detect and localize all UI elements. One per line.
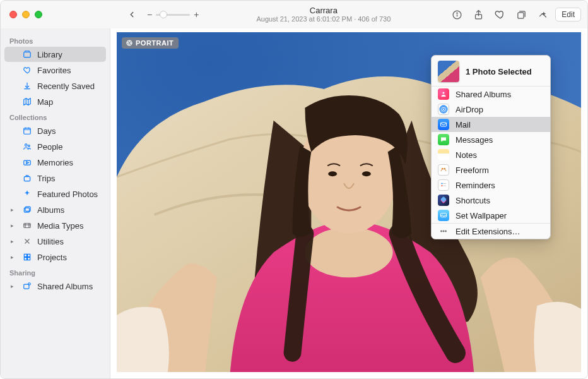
share-item-notes[interactable]: Notes [432, 147, 550, 162]
fullscreen-window-button[interactable] [35, 11, 42, 18]
sidebar-item-label: Trips [37, 174, 100, 183]
sidebar-item-label: Utilities [37, 237, 100, 246]
sidebar-item-library[interactable]: Library [4, 47, 106, 62]
svg-rect-19 [28, 258, 30, 260]
svg-point-43 [443, 231, 444, 232]
sidebar-item-trips[interactable]: Trips [4, 171, 106, 186]
sidebar-item-memories[interactable]: Memories [4, 155, 106, 170]
sidebar-item-label: Map [37, 97, 100, 107]
share-item-reminders[interactable]: Reminders [432, 177, 550, 193]
sidebar-item-days[interactable]: Days [4, 123, 106, 138]
svg-rect-40 [440, 196, 447, 203]
airdrop-app-icon [438, 104, 449, 115]
share-menu[interactable]: 1 Photo Selected Shared Albums AirDrop M… [431, 55, 551, 239]
zoom-track[interactable] [156, 14, 190, 16]
download-icon [22, 81, 32, 91]
favorite-button[interactable] [491, 6, 509, 23]
memories-icon [22, 157, 32, 167]
share-item-label: Edit Extensions… [456, 227, 544, 236]
toolbar-left: − + [121, 6, 199, 23]
calendar-icon [22, 126, 32, 136]
sidebar-item-label: Library [37, 50, 100, 59]
photo-title: Carrara [310, 6, 338, 15]
sidebar-section-sharing: Sharing [3, 265, 107, 278]
share-item-airdrop[interactable]: AirDrop [432, 102, 550, 117]
svg-rect-32 [441, 123, 447, 126]
zoom-slider[interactable]: − + [147, 9, 199, 20]
share-item-label: Shared Albums [456, 90, 544, 99]
svg-point-2 [457, 13, 457, 13]
freeform-app-icon [438, 164, 449, 176]
svg-rect-10 [24, 160, 31, 165]
info-button[interactable] [448, 6, 466, 23]
toolbar-right: Edit [448, 6, 587, 23]
sidebar-item-favorites[interactable]: Favorites [4, 63, 106, 78]
share-item-set-wallpaper[interactable]: Set Wallpaper [432, 208, 550, 223]
share-button[interactable] [469, 6, 487, 23]
sidebar-item-albums[interactable]: ▸Albums [4, 202, 106, 217]
svg-point-44 [445, 231, 447, 232]
toolbar: − + Carrara August 21, 2023 at 6:01:02 P… [1, 1, 587, 28]
library-icon [22, 49, 32, 59]
share-header-label: 1 Photo Selected [466, 67, 532, 76]
zoom-out-icon: − [147, 9, 152, 20]
sidebar-item-label: Memories [37, 158, 100, 167]
chevron-right-icon: ▸ [11, 283, 17, 289]
svg-point-35 [442, 183, 443, 184]
chevron-right-icon: ▸ [11, 254, 17, 260]
shared-albums-icon [22, 281, 32, 291]
edit-button[interactable]: Edit [555, 8, 581, 21]
rotate-button[interactable] [512, 6, 530, 23]
sidebar-item-label: Shared Albums [37, 282, 100, 291]
svg-rect-4 [518, 12, 524, 18]
svg-point-29 [442, 108, 445, 111]
svg-point-9 [28, 145, 30, 147]
svg-point-26 [362, 171, 371, 176]
albums-icon [22, 205, 32, 215]
svg-rect-6 [25, 51, 30, 52]
sidebar-item-recently-saved[interactable]: Recently Saved [4, 78, 106, 93]
window-controls [1, 11, 51, 18]
main-split: Photos Library Favorites Recently Saved … [1, 28, 587, 378]
zoom-in-icon: + [194, 9, 199, 20]
sidebar-item-featured-photos[interactable]: Featured Photos [4, 186, 106, 202]
sidebar-item-label: Days [37, 126, 100, 136]
share-item-label: Freeform [456, 165, 544, 175]
shared-albums-app-icon [438, 88, 449, 100]
portrait-badge-label: PORTRAIT [136, 39, 173, 47]
sidebar-section-photos: Photos [3, 33, 107, 46]
sidebar-item-shared-albums[interactable]: ▸Shared Albums [4, 279, 106, 294]
auto-enhance-button[interactable] [534, 6, 551, 23]
map-icon [22, 97, 32, 107]
mail-app-icon [438, 119, 449, 130]
sidebar-item-map[interactable]: Map [4, 94, 106, 109]
back-button[interactable] [123, 6, 141, 23]
minimize-window-button[interactable] [22, 11, 30, 18]
share-item-label: Notes [456, 150, 544, 160]
sidebar-item-utilities[interactable]: ▸Utilities [4, 234, 106, 249]
svg-rect-16 [24, 254, 26, 256]
share-item-shortcuts[interactable]: Shortcuts [432, 193, 550, 208]
share-item-shared-albums[interactable]: Shared Albums [432, 87, 550, 102]
zoom-knob[interactable] [160, 11, 167, 18]
photo-subtitle: August 21, 2023 at 6:01:02 PM · 406 of 7… [256, 15, 391, 23]
svg-point-42 [441, 231, 442, 232]
svg-rect-38 [444, 186, 447, 186]
utilities-icon [22, 236, 32, 246]
share-item-freeform[interactable]: Freeform [432, 162, 550, 177]
share-item-mail[interactable]: Mail [432, 117, 550, 132]
portrait-badge: PORTRAIT [122, 37, 179, 49]
svg-point-21 [28, 283, 31, 286]
wallpaper-app-icon [438, 210, 449, 221]
share-menu-header: 1 Photo Selected [432, 56, 550, 86]
share-item-messages[interactable]: Messages [432, 132, 550, 147]
close-window-button[interactable] [9, 11, 17, 18]
share-item-label: AirDrop [456, 105, 544, 114]
share-item-edit-extensions[interactable]: Edit Extensions… [432, 224, 550, 239]
notes-app-icon [438, 149, 449, 160]
sidebar-item-label: Featured Photos [37, 190, 100, 199]
sidebar-item-media-types[interactable]: ▸Media Types [4, 218, 106, 233]
shortcuts-app-icon [438, 195, 449, 206]
sidebar-item-projects[interactable]: ▸Projects [4, 250, 106, 265]
sidebar-item-people[interactable]: People [4, 139, 106, 154]
